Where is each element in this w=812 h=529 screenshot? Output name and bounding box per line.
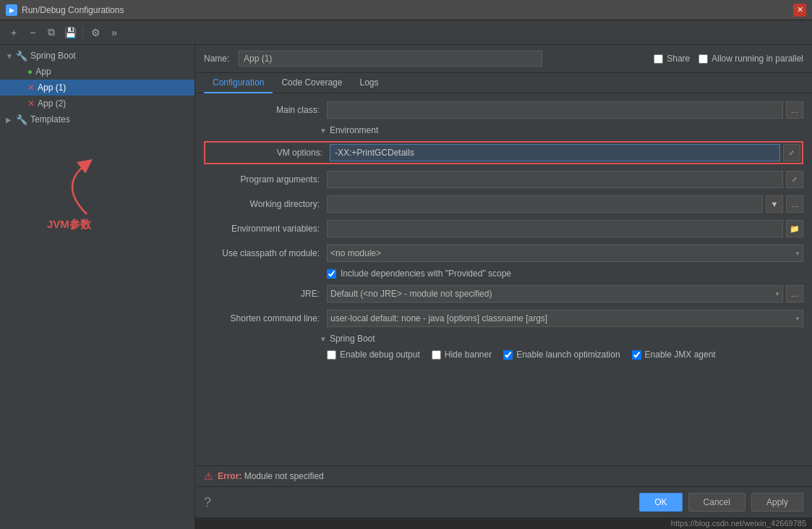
share-checkbox-row[interactable]: Share (654, 54, 690, 64)
enable-launch-item[interactable]: Enable launch optimization (503, 350, 620, 360)
working-dir-row: Working directory: ▼ … (204, 195, 803, 213)
main-class-row: Main class: … (204, 101, 803, 119)
name-label: Name: (204, 54, 233, 64)
include-deps-row[interactable]: Include dependencies with "Provided" sco… (204, 268, 803, 279)
vm-options-row: VM options: ⤢ (204, 141, 803, 164)
error-message: Error: Module not specified (218, 471, 324, 481)
enable-jmx-label: Enable JMX agent (645, 350, 716, 360)
vm-options-input[interactable] (330, 144, 780, 161)
jre-row: JRE: Default (<no JRE> - module not spec… (204, 284, 803, 303)
name-row: Name: Share Allow running in parallel (195, 45, 812, 73)
tree-item-app-1[interactable]: ✕ App (1) (0, 80, 195, 96)
enable-launch-checkbox[interactable] (503, 350, 513, 360)
name-input[interactable] (239, 51, 542, 67)
settings-button[interactable]: ⚙ (87, 25, 103, 41)
remove-button[interactable]: − (25, 25, 40, 41)
working-dir-browse-btn[interactable]: … (786, 195, 803, 213)
tab-coverage[interactable]: Code Coverage (273, 73, 351, 93)
hide-banner-checkbox[interactable] (432, 350, 441, 360)
apply-button[interactable]: Apply (751, 493, 803, 512)
ok-button[interactable]: OK (639, 493, 682, 512)
jre-browse-btn[interactable]: … (786, 285, 803, 302)
tree-label-templates: Templates (30, 114, 70, 124)
config-area: Main class: … ▼ Environment VM options: (195, 93, 812, 465)
tab-configuration[interactable]: Configuration (204, 73, 273, 93)
tree-label-spring-boot: Spring Boot (30, 51, 76, 61)
classpath-row: Use classpath of module: <no module> (204, 244, 803, 263)
env-vars-input[interactable] (327, 220, 783, 237)
copy-button[interactable]: ⧉ (43, 25, 59, 41)
jre-label: JRE: (204, 289, 327, 299)
program-args-input[interactable] (327, 171, 783, 188)
right-panel: Name: Share Allow running in parallel Co… (195, 45, 812, 529)
environment-label: Environment (330, 125, 378, 135)
program-args-row: Program arguments: ⤢ (204, 170, 803, 189)
toolbar-separator (82, 26, 83, 39)
program-args-expand-btn[interactable]: ⤢ (786, 171, 803, 188)
main-class-label: Main class: (204, 105, 327, 115)
environment-section-header: ▼ Environment (204, 125, 803, 135)
save-button[interactable]: 💾 (62, 25, 78, 41)
main-class-browse-btn[interactable]: … (786, 101, 803, 119)
include-deps-checkbox[interactable] (327, 269, 336, 279)
shorten-cmd-select[interactable]: user-local default: none - java [options… (327, 310, 803, 327)
classpath-select[interactable]: <no module> (327, 245, 803, 262)
tree-item-app-2[interactable]: ✕ App (2) (0, 96, 195, 111)
enable-launch-label: Enable launch optimization (516, 350, 620, 360)
add-button[interactable]: + (6, 25, 22, 41)
close-button[interactable]: ✕ (793, 4, 806, 17)
program-args-label: Program arguments: (204, 174, 327, 185)
chevron-down-icon: ▼ (6, 52, 13, 60)
main-class-input[interactable] (327, 101, 783, 119)
parallel-checkbox[interactable] (698, 54, 708, 64)
shorten-cmd-row: Shorten command line: user-local default… (204, 309, 803, 328)
app-icon: ● (27, 67, 33, 77)
vm-options-label: VM options: (207, 148, 330, 158)
spring-boot-section-header: ▼ Spring Boot (204, 334, 803, 344)
hide-banner-label: Hide banner (445, 350, 492, 360)
toolbar: + − ⧉ 💾 ⚙ » (0, 20, 812, 45)
working-dir-dropdown-btn[interactable]: ▼ (766, 195, 783, 213)
jvm-annotation: JVM参数 (47, 218, 91, 232)
spring-boot-checkboxes: Enable debug output Hide banner Enable l… (204, 350, 803, 360)
tabs-row: Configuration Code Coverage Logs (195, 73, 812, 93)
hide-banner-item[interactable]: Hide banner (432, 350, 492, 360)
tab-logs[interactable]: Logs (351, 73, 387, 93)
shorten-cmd-label: Shorten command line: (204, 313, 327, 323)
working-dir-label: Working directory: (204, 199, 327, 209)
env-vars-browse-btn[interactable]: 📁 (786, 220, 803, 237)
jre-select[interactable]: Default (<no JRE> - module not specified… (327, 285, 783, 302)
env-vars-row: Environment variables: 📁 (204, 219, 803, 238)
classpath-label: Use classpath of module: (204, 248, 327, 258)
error-row: ⚠ Error: Module not specified (195, 465, 812, 486)
enable-jmx-item[interactable]: Enable JMX agent (632, 350, 716, 360)
error-icon: ⚠ (204, 470, 213, 482)
more-button[interactable]: » (106, 25, 122, 41)
include-deps-label: Include dependencies with "Provided" sco… (341, 268, 511, 279)
share-checkbox[interactable] (654, 54, 663, 64)
tree-item-spring-boot[interactable]: ▼ 🔧 Spring Boot (0, 48, 195, 64)
share-label: Share (667, 54, 690, 64)
spring-boot-arrow-icon[interactable]: ▼ (320, 335, 327, 343)
working-dir-input[interactable] (327, 195, 763, 213)
enable-debug-item[interactable]: Enable debug output (327, 350, 420, 360)
app2-icon: ✕ (27, 98, 35, 109)
enable-debug-label: Enable debug output (340, 350, 420, 360)
enable-jmx-checkbox[interactable] (632, 350, 641, 360)
url-text: https://blog.csdn.net/weixin_42669785 (671, 519, 806, 528)
env-vars-label: Environment variables: (204, 224, 327, 234)
title-bar: ▶ Run/Debug Configurations ✕ (0, 0, 812, 20)
spring-boot-section-label: Spring Boot (330, 334, 375, 344)
parallel-checkbox-row[interactable]: Allow running in parallel (698, 54, 803, 64)
left-panel: ▼ 🔧 Spring Boot ● App ✕ App (1) ✕ App (2… (0, 45, 195, 529)
help-button[interactable]: ? (204, 495, 211, 510)
title-bar-title: Run/Debug Configurations (22, 5, 124, 15)
env-arrow-icon[interactable]: ▼ (320, 127, 327, 135)
cancel-button[interactable]: Cancel (688, 493, 745, 512)
tree-item-templates[interactable]: ▶ 🔧 Templates (0, 111, 195, 127)
chevron-right-icon: ▶ (6, 116, 13, 124)
tree-label-app-1: App (1) (38, 82, 66, 93)
vm-options-expand-btn[interactable]: ⤢ (783, 144, 800, 161)
enable-debug-checkbox[interactable] (327, 350, 336, 360)
tree-item-app[interactable]: ● App (0, 64, 195, 80)
